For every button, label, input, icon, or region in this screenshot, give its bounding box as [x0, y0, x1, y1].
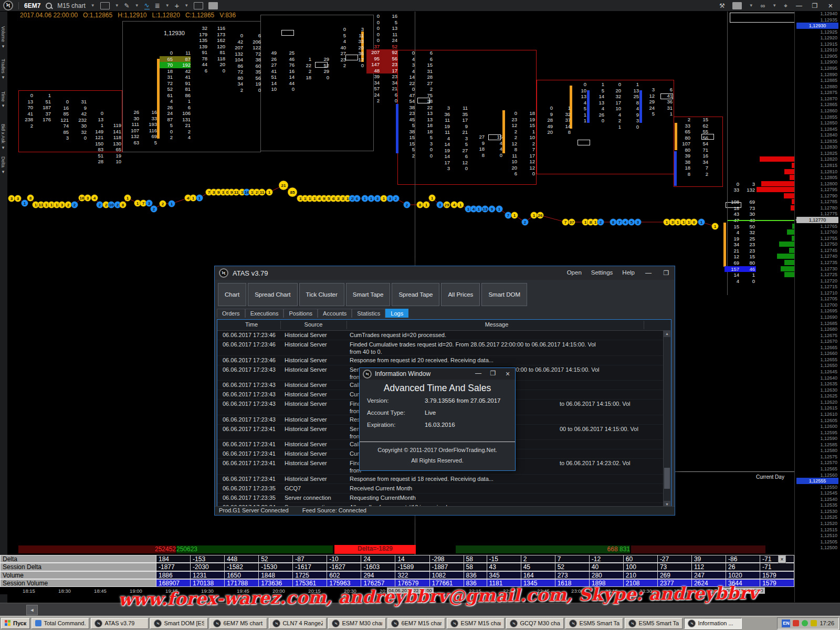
module-button-chart[interactable]: Chart [218, 283, 246, 306]
atas-window-titlebar[interactable]: Ϟ ATAS v3.79 Open Settings Help — ❐ [215, 266, 675, 280]
scroll-left-button[interactable]: ◄ [26, 605, 38, 615]
bidask-row: 122 [504, 141, 535, 147]
time-axis[interactable]: 18:1518:3018:4519:0019:1519:3019:4520:00… [0, 587, 794, 594]
table-cell: 2624 [692, 579, 726, 587]
horizontal-scrollbar[interactable]: ◄ [0, 603, 840, 616]
tab-executions[interactable]: Executions [245, 309, 284, 318]
log-row[interactable]: 06.06.2017 17:23:46Historical ServerCumT… [217, 330, 671, 340]
divider [360, 442, 515, 442]
log-row[interactable]: 06.06.2017 17:23:35GCQ7Received Current … [217, 484, 671, 494]
price-label: 1,12560 [820, 472, 837, 478]
table-cell: 164 [521, 571, 555, 579]
bidask-row: 20 [230, 87, 261, 93]
time-tick-label: 22:45 [537, 588, 550, 594]
start-button[interactable]: Пуск [1, 618, 30, 629]
table-cell: -1589 [395, 563, 429, 571]
taskbar-item[interactable]: ϞESM7 M30 char... [328, 618, 386, 629]
bidask-row: 105 [573, 88, 604, 94]
scrollbar-thumb[interactable] [664, 468, 670, 489]
price-label: 1,12525 [820, 514, 837, 520]
menu-settings[interactable]: Settings [591, 269, 613, 277]
volume-imbalance-bar-blue [674, 151, 677, 186]
bidask-row: 018 [504, 110, 535, 117]
module-button-tick-cluster[interactable]: Tick Cluster [299, 283, 344, 306]
table-cell: -2030 [191, 563, 225, 571]
tray-icon-3[interactable] [811, 620, 817, 626]
tray-icon-1[interactable] [793, 620, 799, 626]
taskbar-item[interactable]: Total Command... [32, 618, 89, 629]
taskbar-item[interactable]: ϞCLN7 4 RangeZ... [269, 618, 327, 629]
tab-positions[interactable]: Positions [284, 309, 318, 318]
footprint-column: 0113517018741372381762 [20, 92, 51, 129]
info-field-value: 16.03.2016 [425, 422, 455, 428]
taskbar-item[interactable]: ϞATAS v3.79 [91, 618, 149, 629]
tab-statistics[interactable]: Statistics [352, 309, 385, 318]
language-indicator[interactable]: EN [782, 620, 790, 627]
price-label: 1,12830 [820, 144, 837, 150]
footprint-column: 0646315431142822270247755438382223134513… [402, 50, 433, 159]
table-cell: 24 [361, 555, 395, 563]
taskbar-item[interactable]: ϞESM7 M15 char... [447, 618, 505, 629]
table-cell: 1579 [760, 579, 794, 587]
log-row[interactable]: 06.06.2017 17:23:46Historical ServerResp… [217, 355, 671, 365]
bidask-row: 1012 [504, 159, 535, 165]
price-axis[interactable]: 1,129401,129351,129301,129251,129201,129… [794, 12, 840, 602]
log-row[interactable]: 06.06.2017 17:23:41Historical ServerResp… [217, 474, 671, 484]
maximize-icon[interactable]: ❐ [489, 370, 497, 378]
bidask-row: 149141 [90, 129, 121, 135]
bidask-row: 266 [160, 104, 191, 111]
taskbar-item[interactable]: ϞESM5 Smart Tape [565, 618, 623, 629]
cluster-bid-value: 14 [726, 272, 739, 278]
table-row: Session Volume16890717013817178817363617… [0, 579, 794, 587]
bidask-row: 3033 [126, 116, 157, 122]
taskbar-item[interactable]: ϞInformation ... [684, 618, 742, 629]
column-header-time[interactable]: Time [223, 321, 280, 328]
module-button-spread-tape[interactable]: Spread Tape [392, 283, 439, 306]
info-window-titlebar[interactable]: Ϟ Information Window — ❐ × [360, 368, 515, 380]
taskbar-item[interactable]: Ϟ6EM7 M15 char... [387, 618, 445, 629]
module-button-all-prices[interactable]: All Prices [441, 283, 480, 306]
menu-help[interactable]: Help [622, 269, 635, 277]
bidask-row: 03 [333, 26, 364, 33]
time-tick-label: 19:30 [201, 588, 214, 594]
table-cell: 175963 [327, 579, 361, 587]
maximize-icon[interactable]: ❐ [662, 269, 670, 277]
cluster-ask-value: 25 [741, 236, 755, 242]
bidask-row: 145 [437, 141, 468, 148]
cluster-bid-value: 15 [726, 224, 739, 229]
taskbar-item[interactable]: ϞSmart DOM [ES... [150, 618, 208, 629]
menu-open[interactable]: Open [567, 269, 582, 277]
window-title: Information Window [375, 370, 430, 377]
bidask-row: 521 [160, 122, 191, 129]
minimize-icon[interactable]: — [474, 370, 482, 378]
price-label: 1,12855 [820, 114, 837, 120]
minimize-icon[interactable]: — [644, 269, 653, 277]
bidask-row: 635 [126, 140, 157, 146]
taskbar-item[interactable]: ϞGCQ7 M30 char... [506, 618, 564, 629]
tab-orders[interactable]: Orders [217, 309, 245, 318]
scroll-up-icon[interactable]: ▲ [664, 330, 670, 337]
tab-logs[interactable]: Logs [385, 309, 408, 318]
vertical-scrollbar[interactable]: ▲ ▼ [663, 330, 671, 508]
price-label: 1,12860 [820, 108, 837, 113]
tray-icon-2[interactable] [802, 620, 808, 626]
module-button-spread-chart[interactable]: Spread Chart [248, 283, 297, 306]
module-button-smart-dom[interactable]: Smart DOM [481, 283, 527, 306]
close-icon[interactable]: × [778, 555, 786, 563]
bidask-row: 121232 [56, 117, 87, 123]
close-icon[interactable]: × [503, 370, 512, 378]
taskbar-item[interactable]: Ϟ6EM7 M5 chart ... [209, 618, 267, 629]
bidask-row: 2317 [333, 57, 364, 63]
log-row[interactable]: 06.06.2017 17:23:35Server connectionRequ… [217, 493, 671, 503]
bidask-row: 129 [298, 56, 329, 62]
price-label: 1,12545 [820, 490, 837, 496]
log-row[interactable]: 06.06.2017 17:23:46Historical ServerFind… [217, 340, 671, 356]
column-header-message[interactable]: Message [350, 321, 644, 328]
tab-accounts[interactable]: Accounts [318, 309, 352, 318]
taskbar-item[interactable]: ϞESM5 Smart Tape [625, 618, 682, 629]
price-label: 1,12585 [820, 442, 837, 447]
column-header-source[interactable]: Source [285, 321, 342, 328]
price-label: 1,12920 [820, 35, 837, 40]
bidask-row: 2736 [333, 50, 364, 57]
module-button-smart-tape[interactable]: Smart Tape [346, 283, 391, 306]
